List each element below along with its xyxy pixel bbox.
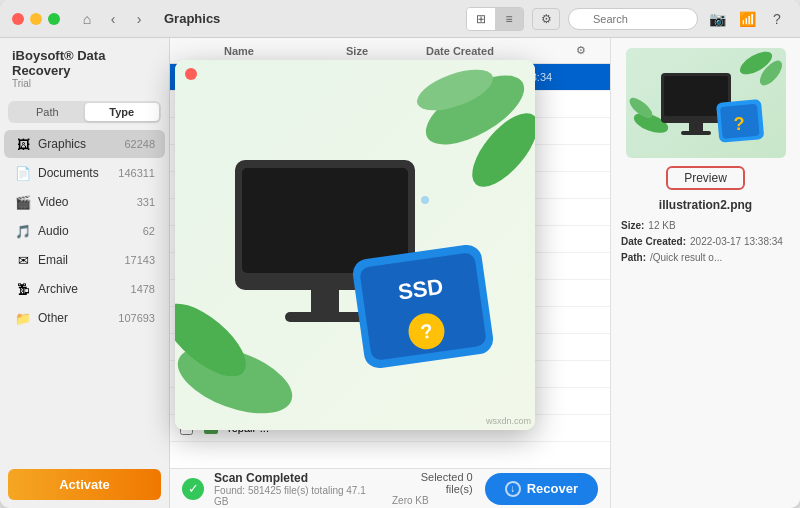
overlay-image: SSD ? xyxy=(175,60,535,430)
activate-button[interactable]: Activate xyxy=(8,469,161,500)
header-size: Size xyxy=(346,45,426,57)
maximize-button[interactable] xyxy=(48,13,60,25)
sidebar-email-label: Email xyxy=(38,253,124,267)
recover-icon: ↓ xyxy=(505,481,521,497)
header-name: Name xyxy=(224,45,346,57)
archive-icon: 🗜 xyxy=(14,280,32,298)
sidebar-items: 🖼 Graphics 62248 📄 Documents 146311 🎬 Vi… xyxy=(0,129,169,461)
preview-image: ? xyxy=(626,48,786,158)
home-button[interactable]: ⌂ xyxy=(76,8,98,30)
preview-thumbnail: ? xyxy=(626,48,786,158)
list-view-button[interactable]: ≡ xyxy=(495,8,523,30)
preview-filename: illustration2.png xyxy=(659,198,752,212)
app-title: iBoysoft® Data Recovery xyxy=(12,48,157,78)
sidebar-item-email[interactable]: ✉ Email 17143 xyxy=(4,246,165,274)
scan-title: Scan Completed xyxy=(214,471,382,485)
overlay-svg: SSD ? xyxy=(175,60,535,430)
selected-info: Selected 0 file(s) Zero KB xyxy=(392,471,473,506)
preview-path-value: /Quick result o... xyxy=(650,250,722,266)
view-toggle: ⊞ ≡ xyxy=(466,7,524,31)
scan-subtitle: Found: 581425 file(s) totaling 47.1 GB xyxy=(214,485,382,507)
sidebar-archive-label: Archive xyxy=(38,282,131,296)
svg-rect-24 xyxy=(311,290,339,315)
preview-date-label: Date Created: xyxy=(621,234,686,250)
traffic-lights xyxy=(12,13,60,25)
svg-rect-25 xyxy=(285,312,365,322)
filter-button[interactable]: ⚙ xyxy=(532,8,560,30)
scan-text: Scan Completed Found: 581425 file(s) tot… xyxy=(214,471,382,507)
close-button[interactable] xyxy=(12,13,24,25)
preview-size-row: Size: 12 KB xyxy=(621,218,790,234)
selected-size: Zero KB xyxy=(392,495,473,506)
app-trial-label: Trial xyxy=(12,78,157,89)
svg-rect-7 xyxy=(689,123,703,131)
documents-icon: 📄 xyxy=(14,164,32,182)
search-wrapper: 🔍 xyxy=(568,8,698,30)
tab-path[interactable]: Path xyxy=(10,103,85,121)
sidebar-email-count: 17143 xyxy=(124,254,155,266)
sidebar-other-label: Other xyxy=(38,311,118,325)
sidebar-documents-count: 146311 xyxy=(118,167,155,179)
header-date: Date Created xyxy=(426,45,576,57)
sidebar-tabs: Path Type xyxy=(8,101,161,123)
svg-point-20 xyxy=(421,196,429,204)
preview-size-label: Size: xyxy=(621,218,644,234)
sidebar-item-graphics[interactable]: 🖼 Graphics 62248 xyxy=(4,130,165,158)
preview-date-value: 2022-03-17 13:38:34 xyxy=(690,234,783,250)
selected-count: Selected 0 file(s) xyxy=(392,471,473,495)
sidebar-audio-count: 62 xyxy=(143,225,155,237)
grid-view-button[interactable]: ⊞ xyxy=(467,8,495,30)
preview-path-label: Path: xyxy=(621,250,646,266)
graphics-icon: 🖼 xyxy=(14,135,32,153)
minimize-button[interactable] xyxy=(30,13,42,25)
sidebar-item-video[interactable]: 🎬 Video 331 xyxy=(4,188,165,216)
sidebar-graphics-count: 62248 xyxy=(124,138,155,150)
sidebar-audio-label: Audio xyxy=(38,224,143,238)
preview-size-value: 12 KB xyxy=(648,218,675,234)
wifi-button[interactable]: 📶 xyxy=(736,8,758,30)
email-icon: ✉ xyxy=(14,251,32,269)
sidebar: iBoysoft® Data Recovery Trial Path Type … xyxy=(0,38,170,508)
preview-path-row: Path: /Quick result o... xyxy=(621,250,790,266)
tab-type[interactable]: Type xyxy=(85,103,160,121)
recover-button[interactable]: ↓ Recover xyxy=(485,473,598,505)
help-button[interactable]: ? xyxy=(766,8,788,30)
header-extra: ⚙ xyxy=(576,44,600,57)
forward-button[interactable]: › xyxy=(128,8,150,30)
titlebar: ⌂ ‹ › Graphics ⊞ ≡ ⚙ 🔍 📷 📶 ? xyxy=(0,0,800,38)
sidebar-item-documents[interactable]: 📄 Documents 146311 xyxy=(4,159,165,187)
titlebar-title: Graphics xyxy=(164,11,220,26)
sidebar-item-audio[interactable]: 🎵 Audio 62 xyxy=(4,217,165,245)
other-icon: 📁 xyxy=(14,309,32,327)
image-overlay: SSD ? wsxdn.com xyxy=(175,60,535,430)
sidebar-item-archive[interactable]: 🗜 Archive 1478 xyxy=(4,275,165,303)
back-button[interactable]: ‹ xyxy=(102,8,124,30)
preview-date-row: Date Created: 2022-03-17 13:38:34 xyxy=(621,234,790,250)
audio-icon: 🎵 xyxy=(14,222,32,240)
overlay-close-button[interactable] xyxy=(185,68,197,80)
preview-panel: ? Preview illustration2.png Size: 12 KB … xyxy=(610,38,800,508)
status-right: Selected 0 file(s) Zero KB ↓ Recover xyxy=(392,471,598,506)
scan-complete-icon: ✓ xyxy=(182,478,204,500)
sidebar-video-count: 331 xyxy=(137,196,155,208)
sidebar-item-other[interactable]: 📁 Other 107693 xyxy=(4,304,165,332)
recover-label: Recover xyxy=(527,481,578,496)
status-bar: ✓ Scan Completed Found: 581425 file(s) t… xyxy=(170,468,610,508)
search-input[interactable] xyxy=(568,8,698,30)
sidebar-other-count: 107693 xyxy=(118,312,155,324)
preview-button[interactable]: Preview xyxy=(666,166,745,190)
sidebar-graphics-label: Graphics xyxy=(38,137,124,151)
watermark: wsxdn.com xyxy=(486,416,531,426)
sidebar-documents-label: Documents xyxy=(38,166,118,180)
titlebar-right: ⊞ ≡ ⚙ 🔍 📷 📶 ? xyxy=(466,7,788,31)
navigation-buttons: ⌂ ‹ › xyxy=(76,8,150,30)
svg-rect-8 xyxy=(681,131,711,135)
sidebar-video-label: Video xyxy=(38,195,137,209)
preview-info: Size: 12 KB Date Created: 2022-03-17 13:… xyxy=(621,218,790,266)
sidebar-archive-count: 1478 xyxy=(131,283,155,295)
camera-button[interactable]: 📷 xyxy=(706,8,728,30)
video-icon: 🎬 xyxy=(14,193,32,211)
sidebar-header: iBoysoft® Data Recovery Trial xyxy=(0,38,169,95)
svg-text:?: ? xyxy=(733,114,744,134)
